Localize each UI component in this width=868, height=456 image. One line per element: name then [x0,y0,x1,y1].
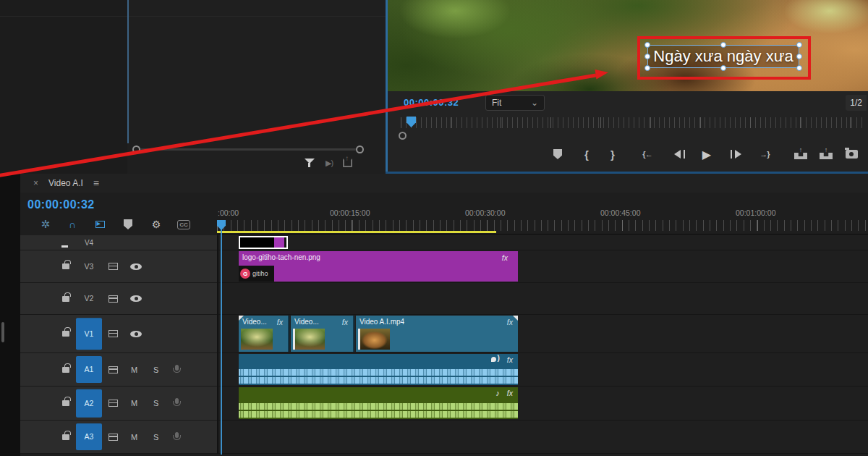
mic-icon[interactable] [172,365,181,376]
sync-lock-icon[interactable] [109,330,118,337]
extract-button[interactable]: ↑ [817,145,835,164]
monitor-scrubber[interactable] [388,116,868,142]
marker-icon [124,219,132,229]
fx-badge[interactable]: fx [342,318,348,326]
lift-button[interactable]: ↑ [791,145,810,164]
timeline-settings-button[interactable]: ⚙ [148,217,164,232]
snap-button[interactable]: ∩ [64,217,80,232]
ruler-label: :00:00 [218,208,239,217]
lock-icon[interactable] [62,263,69,269]
track-target-a2[interactable]: A2 [76,389,102,418]
clip-video-ai-mp4[interactable]: Video A.I.mp4 fx [356,316,518,352]
scrollbar-track[interactable] [136,148,360,151]
play-button[interactable]: ▶ [697,145,716,164]
play-edits-icon[interactable]: ▶) [326,159,333,168]
lock-icon[interactable] [62,400,69,406]
add-marker-button-timeline[interactable] [120,217,136,232]
solo-button[interactable]: S [153,399,158,408]
go-to-out-icon: →} [760,150,769,159]
track-row-v3: V3 logo-gitiho-tach-nen.png fx G gitiho [20,250,868,283]
solo-button[interactable]: S [153,433,158,442]
scrubber-zoom-handle[interactable] [399,132,407,140]
timeline-tab-title[interactable]: Video A.I [48,178,83,188]
selection-handle-mid-left[interactable] [644,54,650,59]
track-target-v2[interactable]: V2 [76,290,102,308]
timeline-playhead-line[interactable] [221,221,222,455]
scrubber-ticks[interactable] [401,117,865,128]
ruler-ticks[interactable] [217,220,868,231]
overlay-text[interactable]: Ngày xưa ngày xưa [648,46,799,67]
clip-audio-dialogue[interactable]: fx [239,354,518,385]
selection-handle-bottom-center[interactable] [720,65,726,71]
mark-out-button[interactable]: } [603,145,622,164]
export-icon[interactable] [343,159,352,167]
sync-lock-icon[interactable] [109,366,118,373]
fx-badge[interactable]: fx [507,389,513,397]
sync-lock-icon[interactable] [109,295,118,303]
timeline-timecode[interactable]: 00:00:00:32 [27,198,95,211]
mute-button[interactable]: M [131,366,137,374]
selection-handle-top-center[interactable] [720,42,726,48]
track-target-v3[interactable]: V3 [76,257,102,276]
vertical-scrollbar-thumb[interactable] [1,322,4,342]
clip-video-2[interactable]: Video... fx [291,316,354,352]
selection-handle-mid-right[interactable] [796,54,802,59]
solo-button[interactable]: S [153,366,158,374]
sync-lock-icon[interactable] [109,434,118,441]
lock-icon[interactable] [62,367,69,373]
scrollbar-handle-right[interactable] [356,145,364,153]
fx-badge[interactable]: fx [277,318,283,326]
eye-icon[interactable] [130,331,142,337]
step-forward-button[interactable] [726,145,745,164]
go-to-in-button[interactable]: {← [638,145,657,164]
fx-badge[interactable]: fx [502,253,508,262]
mic-icon[interactable] [172,398,181,409]
horizontal-scrollbar[interactable] [132,145,364,153]
selection-handle-bottom-right[interactable] [796,65,802,71]
clip-thumbnail [293,329,325,350]
track-target-v4[interactable]: V4 [76,235,102,250]
nest-toggle-button[interactable]: ✲ [38,217,54,232]
lock-icon[interactable] [62,434,69,440]
panel-menu-icon[interactable]: ≡ [93,177,99,189]
sync-lock-icon[interactable] [109,263,118,270]
linked-selection-button[interactable] [92,217,108,232]
lock-icon[interactable] [62,331,69,337]
track-target-a1[interactable]: A1 [76,356,102,384]
mute-button[interactable]: M [131,399,137,408]
mute-button[interactable]: M [131,433,137,442]
selection-handle-top-right[interactable] [796,42,802,48]
zoom-level-dropdown[interactable]: Fit ⌄ [485,95,545,111]
work-area-bar [217,231,496,233]
step-back-button[interactable] [670,145,689,164]
mic-icon[interactable] [172,432,181,443]
eye-icon[interactable] [130,263,142,270]
mark-in-button[interactable]: { [577,145,596,164]
timeline-tab-bar: × Video A.I ≡ [20,174,868,193]
fx-badge[interactable]: fx [507,318,513,326]
panel-split-divider[interactable] [127,0,129,143]
clip-logo-png[interactable]: logo-gitiho-tach-nen.png fx G gitiho [239,251,518,282]
track-content-a3 [217,421,868,454]
go-to-out-button[interactable]: →} [755,145,774,164]
lock-icon[interactable] [62,296,69,302]
filter-icon[interactable] [304,157,315,169]
monitor-timecode[interactable]: 00:00:00:32 [404,97,459,108]
track-target-v1[interactable]: V1 [76,318,102,350]
close-icon[interactable]: × [33,178,38,188]
selection-handle-top-left[interactable] [644,42,650,48]
eye-icon[interactable] [130,295,142,302]
clip-video-1[interactable]: Video... fx [239,316,289,352]
collapsed-track-indicator [61,245,68,248]
playback-resolution[interactable]: 1/2 [846,95,867,111]
add-marker-button[interactable] [548,145,567,164]
track-target-a3[interactable]: A3 [76,423,102,451]
fx-badge[interactable]: fx [507,355,513,364]
export-frame-button[interactable] [842,145,861,164]
scrollbar-handle-left[interactable] [132,145,140,153]
clip-text-graphic[interactable] [239,236,288,249]
clip-audio-music[interactable]: ♪ fx [239,387,518,419]
sync-lock-icon[interactable] [109,400,118,407]
captions-button[interactable]: CC [176,217,192,232]
selection-handle-bottom-left[interactable] [644,65,650,71]
